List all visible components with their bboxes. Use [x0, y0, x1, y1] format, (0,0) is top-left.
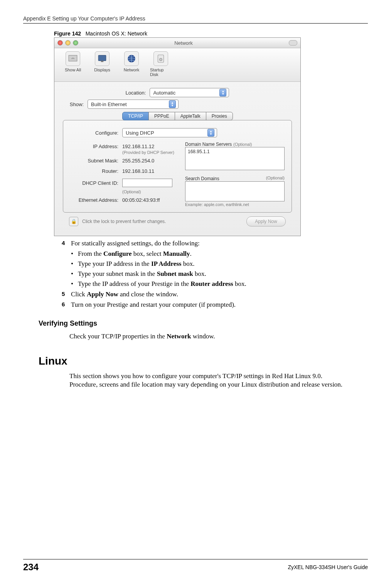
- tab-bar: TCP/IP PPPoE AppleTalk Proxies: [63, 112, 292, 120]
- network-window: Network Show All Displays Network: [54, 37, 301, 236]
- location-value: Automatic: [153, 90, 175, 96]
- show-popup[interactable]: Built-in Ethernet ▲▼: [88, 100, 179, 109]
- footer: 234 ZyXEL NBG-334SH User's Guide: [23, 559, 368, 573]
- titlebar: Network: [54, 38, 300, 48]
- text-bold: Apply Now: [87, 291, 118, 298]
- bullet-icon: •: [71, 260, 78, 269]
- bullet-icon: •: [71, 250, 78, 259]
- text: window.: [191, 333, 215, 340]
- toolbar-displays[interactable]: Displays: [91, 51, 113, 77]
- minimize-icon[interactable]: [65, 40, 71, 46]
- text: box.: [233, 280, 246, 287]
- displays-icon: [95, 51, 110, 66]
- router-label: Router:: [70, 168, 118, 174]
- toolbar-label: Displays: [94, 68, 110, 72]
- dhcp-note: (Optional): [122, 189, 178, 194]
- configure-label: Configure:: [70, 130, 118, 136]
- tab-tcpip[interactable]: TCP/IP: [122, 112, 149, 120]
- tcpip-panel: Configure: Using DHCP ▲▼ IP Address: 192…: [63, 120, 292, 213]
- location-label: Location:: [126, 90, 146, 96]
- toolbar-network[interactable]: Network: [121, 51, 142, 77]
- subnet-label: Subnet Mask:: [70, 158, 118, 164]
- bullet-icon: •: [71, 270, 78, 279]
- header-appendix: Appendix E Setting up Your Computer's IP…: [23, 15, 368, 24]
- toolbar-startup-disk[interactable]: Startup Disk: [150, 51, 172, 77]
- search-textbox[interactable]: [185, 181, 285, 201]
- text: box, select: [131, 250, 163, 257]
- close-icon[interactable]: [57, 40, 63, 46]
- text-bold: Router address: [190, 280, 233, 287]
- window-title: Network: [78, 40, 289, 46]
- step-number: 5: [62, 290, 71, 299]
- bullet-2: Type your IP address in the IP Address b…: [78, 260, 368, 269]
- popup-arrows-icon: ▲▼: [219, 89, 226, 96]
- figure-label: Figure 142: [54, 30, 81, 37]
- svg-rect-2: [101, 61, 104, 62]
- bullet-4: Type the IP address of your Prestige in …: [78, 280, 368, 289]
- text-bold: Network: [167, 333, 191, 340]
- text: Type the IP address of your Prestige in …: [78, 280, 190, 287]
- svg-rect-1: [98, 55, 106, 61]
- network-icon: [124, 51, 139, 66]
- svg-point-5: [160, 58, 162, 61]
- text: box.: [193, 270, 206, 277]
- linux-heading: Linux: [39, 355, 368, 367]
- lock-row: 🔒 Click the lock to prevent further chan…: [63, 213, 292, 230]
- apply-now-button[interactable]: Apply Now: [246, 216, 286, 226]
- eth-value: 00:05:02:43:93:ff: [122, 197, 160, 203]
- right-column: Domain Name Servers (Optional) 168.95.1.…: [185, 141, 285, 207]
- content-area: Location: Automatic ▲▼ Show: Built-in Et…: [54, 82, 300, 236]
- figure-text: Macintosh OS X: Network: [86, 30, 147, 37]
- step-6-text: Turn on your Prestige and restart your c…: [71, 301, 368, 309]
- tab-proxies[interactable]: Proxies: [206, 112, 233, 120]
- text-bold: Subnet mask: [157, 270, 193, 277]
- dns-label: Domain Name Servers: [185, 142, 232, 147]
- text-bold: IP Address: [151, 260, 182, 267]
- text: Type your subnet mask in the: [78, 270, 157, 277]
- figure-caption: Figure 142 Macintosh OS X: Network: [54, 30, 368, 37]
- step-number: 4: [62, 239, 71, 248]
- lock-icon[interactable]: 🔒: [69, 217, 78, 226]
- footer-guide: ZyXEL NBG-334SH User's Guide: [288, 564, 368, 570]
- toolbar-show-all[interactable]: Show All: [62, 51, 84, 77]
- step-4-text: For statically assigned settings, do the…: [71, 239, 368, 248]
- lock-text: Click the lock to prevent further change…: [82, 219, 166, 224]
- text: and close the window.: [118, 291, 178, 298]
- linux-text: This section shows you how to configure …: [69, 372, 345, 390]
- zoom-icon[interactable]: [73, 40, 78, 46]
- verifying-text: Check your TCP/IP properties in the Netw…: [69, 332, 345, 341]
- tab-appletalk[interactable]: AppleTalk: [175, 112, 206, 120]
- startup-disk-icon: [153, 51, 168, 66]
- left-column: IP Address: 192.168.11.12 (Provided by D…: [70, 141, 178, 207]
- dhcp-client-id-input[interactable]: [122, 179, 172, 187]
- dns-optional: (Optional): [233, 142, 252, 147]
- toolbar-toggle-icon[interactable]: [289, 40, 297, 46]
- text-bold: Manually: [163, 250, 190, 257]
- text: Check your TCP/IP properties in the: [69, 333, 167, 340]
- search-optional: (Optional): [266, 176, 285, 180]
- show-all-icon: [66, 51, 80, 66]
- step-number: 6: [62, 301, 71, 309]
- toolbar-label: Network: [124, 68, 139, 72]
- dns-textbox[interactable]: 168.95.1.1: [185, 147, 285, 170]
- ip-note: (Provided by DHCP Server): [122, 150, 178, 155]
- bullet-3: Type your subnet mask in the Subnet mask…: [78, 270, 368, 279]
- tab-pppoe[interactable]: PPPoE: [148, 112, 175, 120]
- ip-label: IP Address:: [70, 144, 118, 149]
- location-popup[interactable]: Automatic ▲▼: [150, 88, 229, 97]
- text: Click: [71, 291, 87, 298]
- dhcp-label: DHCP Client ID:: [70, 180, 118, 186]
- show-label: Show:: [63, 101, 84, 107]
- step-list: 4 For statically assigned settings, do t…: [62, 239, 368, 309]
- configure-popup[interactable]: Using DHCP ▲▼: [122, 128, 217, 137]
- text: .: [190, 250, 192, 257]
- bullet-icon: •: [71, 280, 78, 289]
- dns-value: 168.95.1.1: [188, 149, 210, 154]
- toolbar-label: Startup Disk: [150, 68, 172, 77]
- toolbar-label: Show All: [65, 68, 81, 72]
- popup-arrows-icon: ▲▼: [207, 129, 214, 137]
- ip-value: 192.168.11.12: [122, 144, 154, 149]
- text-bold: Configure: [103, 250, 131, 257]
- router-value: 192.168.10.11: [122, 168, 154, 174]
- text: Type your IP address in the: [78, 260, 151, 267]
